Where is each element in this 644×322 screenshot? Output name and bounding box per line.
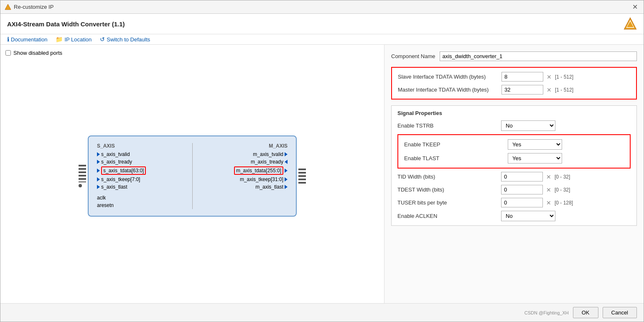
left-panel: Show disabled ports bbox=[0, 45, 384, 303]
ip-block-outer: S_AXIS s_axis_tvalid s_axis_tready bbox=[79, 135, 306, 217]
port-m-tlast-label: m_axis_tlast bbox=[255, 184, 283, 190]
r-connector-2 bbox=[298, 172, 306, 174]
port-m-tlast: m_axis_tlast bbox=[197, 183, 288, 191]
ok-button[interactable]: OK bbox=[573, 307, 598, 318]
r-connector-4 bbox=[298, 179, 306, 180]
arrow-s-tready bbox=[97, 160, 100, 164]
tdest-width-input[interactable] bbox=[501, 185, 543, 194]
port-s-tvalid-label: s_axis_tvalid bbox=[101, 151, 130, 157]
port-m-tdata-label: m_axis_tdata[255:0] bbox=[234, 166, 283, 175]
arrow-m-tlast bbox=[285, 185, 288, 189]
ip-block: S_AXIS s_axis_tvalid s_axis_tready bbox=[88, 135, 297, 217]
info-icon: ℹ bbox=[7, 36, 9, 43]
master-interface-label: Master Interface TDATA Width (bytes) bbox=[398, 87, 498, 93]
enable-tkeep-row: Enable TKEEP No Yes bbox=[404, 139, 624, 150]
show-disabled-ports-label: Show disabled ports bbox=[13, 50, 62, 56]
enable-tstrb-label: Enable TSTRB bbox=[397, 123, 498, 129]
main-window: Re-customize IP ✕ AXI4-Stream Data Width… bbox=[0, 0, 644, 322]
port-m-tvalid-label: m_axis_tvalid bbox=[253, 151, 283, 157]
master-interface-input[interactable] bbox=[501, 85, 543, 95]
right-panel: Component Name Slave Interface TDATA Wid… bbox=[384, 45, 644, 303]
arrow-m-tvalid bbox=[285, 152, 288, 156]
ip-location-btn[interactable]: 📁 IP Location bbox=[56, 36, 92, 43]
enable-aclken-select[interactable]: No Yes bbox=[501, 211, 555, 221]
switch-defaults-label: Switch to Defaults bbox=[107, 36, 150, 43]
s-axis-label: S_AXIS bbox=[97, 143, 188, 149]
tuser-clear-button[interactable]: ✕ bbox=[546, 199, 551, 206]
header-title: AXI4-Stream Data Width Converter (1.1) bbox=[7, 20, 125, 28]
port-aresetn-label: aresetn bbox=[97, 202, 114, 208]
port-s-tready: s_axis_tready bbox=[97, 158, 188, 166]
show-ports-row: Show disabled ports bbox=[5, 50, 379, 56]
location-icon: 📁 bbox=[56, 36, 63, 43]
enable-tlast-select[interactable]: No Yes bbox=[508, 153, 562, 164]
port-s-tkeep-label: s_axis_tkeep[7:0] bbox=[101, 176, 140, 182]
tuser-bits-row: TUSER bits per byte ✕ [0 - 128] bbox=[397, 198, 631, 207]
tdest-width-row: TDEST Width (bits) ✕ [0 - 32] bbox=[397, 185, 631, 194]
interface-section: Slave Interface TDATA Width (bytes) ✕ [1… bbox=[391, 67, 637, 100]
slave-interface-input[interactable] bbox=[501, 72, 543, 82]
signal-properties-title: Signal Properties bbox=[397, 110, 631, 116]
component-name-input[interactable] bbox=[440, 51, 637, 61]
slave-interface-row: Slave Interface TDATA Width (bytes) ✕ [1… bbox=[398, 72, 630, 82]
port-s-tvalid: s_axis_tvalid bbox=[97, 151, 188, 158]
main-content: Show disabled ports bbox=[0, 45, 644, 303]
header-bar: AXI4-Stream Data Width Converter (1.1) bbox=[0, 14, 644, 34]
connector-5 bbox=[79, 178, 86, 180]
connector-7 bbox=[79, 184, 86, 187]
enable-tkeep-label: Enable TKEEP bbox=[404, 141, 504, 148]
window-title: Re-customize IP bbox=[14, 4, 53, 10]
port-s-tkeep: s_axis_tkeep[7:0] bbox=[97, 176, 188, 183]
show-disabled-ports-checkbox[interactable] bbox=[5, 50, 11, 56]
arrow-s-tvalid bbox=[97, 152, 100, 156]
enable-tkeep-select[interactable]: No Yes bbox=[508, 139, 562, 150]
tid-width-label: TID Width (bits) bbox=[397, 174, 498, 180]
close-button[interactable]: ✕ bbox=[631, 3, 639, 11]
port-m-tdata: m_axis_tdata[255:0] bbox=[197, 166, 288, 176]
port-s-tdata: s_axis_tdata[63:0] bbox=[97, 166, 188, 176]
arrow-m-tkeep bbox=[285, 177, 288, 181]
enable-tlast-row: Enable TLAST No Yes bbox=[404, 153, 624, 164]
port-s-tdata-label: s_axis_tdata[63:0] bbox=[101, 166, 146, 175]
footer: CSDN @Fighting_XH OK Cancel bbox=[0, 303, 644, 322]
port-m-tready-label: m_axis_tready bbox=[251, 159, 283, 165]
arrow-s-tkeep bbox=[97, 177, 100, 181]
connector-2 bbox=[79, 168, 86, 170]
svg-marker-0 bbox=[5, 4, 11, 10]
component-name-row: Component Name bbox=[391, 51, 637, 61]
tdest-clear-button[interactable]: ✕ bbox=[546, 187, 551, 193]
right-connectors bbox=[297, 169, 306, 184]
component-name-label: Component Name bbox=[391, 53, 435, 59]
port-aresetn: aresetn bbox=[97, 202, 188, 209]
enable-tstrb-select[interactable]: No Yes bbox=[501, 120, 555, 131]
switch-defaults-btn[interactable]: ↺ Switch to Defaults bbox=[100, 36, 150, 43]
connector-3 bbox=[79, 171, 86, 173]
port-s-tready-label: s_axis_tready bbox=[101, 159, 132, 165]
r-connector-5 bbox=[298, 182, 306, 184]
master-clear-button[interactable]: ✕ bbox=[547, 87, 552, 93]
master-interface-row: Master Interface TDATA Width (bytes) ✕ [… bbox=[398, 85, 630, 95]
cancel-button[interactable]: Cancel bbox=[603, 307, 637, 318]
arrow-m-tready bbox=[285, 160, 288, 164]
slave-clear-button[interactable]: ✕ bbox=[547, 74, 552, 80]
left-connectors bbox=[79, 165, 88, 187]
port-s-tlast: s_axis_tlast bbox=[97, 183, 188, 191]
documentation-label: Documentation bbox=[11, 36, 47, 43]
aresetn-dot bbox=[79, 184, 82, 187]
port-s-tlast-label: s_axis_tlast bbox=[101, 184, 127, 190]
signal-properties-section: Signal Properties Enable TSTRB No Yes En… bbox=[391, 105, 637, 226]
port-m-tready: m_axis_tready bbox=[197, 158, 288, 166]
connector-1 bbox=[79, 165, 86, 166]
slave-interface-label: Slave Interface TDATA Width (bytes) bbox=[398, 74, 498, 80]
port-m-tvalid: m_axis_tvalid bbox=[197, 151, 288, 158]
tid-clear-button[interactable]: ✕ bbox=[546, 174, 551, 180]
tuser-bits-label: TUSER bits per byte bbox=[397, 199, 498, 206]
tdest-width-range: [0 - 32] bbox=[555, 187, 570, 193]
port-m-tkeep: m_axis_tkeep[31:0] bbox=[197, 176, 288, 183]
tid-width-input[interactable] bbox=[501, 172, 543, 181]
tuser-bits-input[interactable] bbox=[501, 198, 543, 207]
arrow-s-tdata bbox=[97, 169, 100, 173]
documentation-btn[interactable]: ℹ Documentation bbox=[7, 36, 47, 43]
toolbar: ℹ Documentation 📁 IP Location ↺ Switch t… bbox=[0, 34, 644, 45]
r-connector-1 bbox=[298, 169, 306, 170]
